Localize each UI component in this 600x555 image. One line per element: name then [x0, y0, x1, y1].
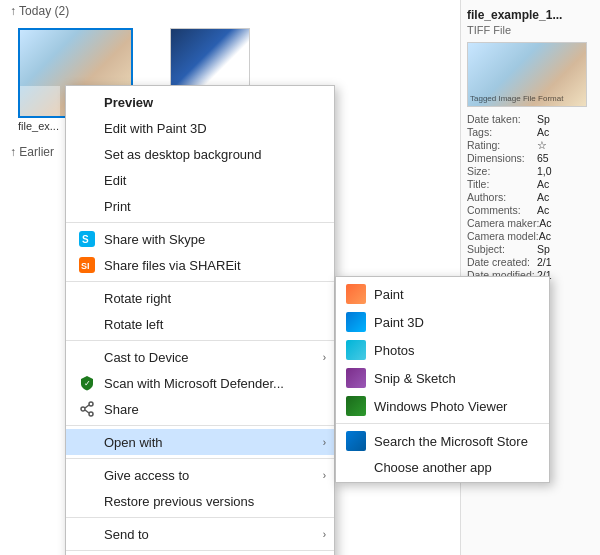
property-row: Camera model:Ac — [467, 230, 594, 242]
menu-item-restore-previous-versions[interactable]: Restore previous versions — [66, 488, 334, 514]
submenu-item-label: Photos — [374, 343, 414, 358]
submenu-item-label: Windows Photo Viewer — [374, 399, 507, 414]
store-app-icon — [346, 431, 366, 451]
menu-item-print[interactable]: Print — [66, 193, 334, 219]
svg-line-9 — [85, 410, 89, 413]
file-label-1: file_ex... — [18, 120, 59, 132]
empty-icon — [78, 492, 96, 510]
menu-item-label: Share with Skype — [104, 232, 205, 247]
menu-item-cast-to-device[interactable]: Cast to Device› — [66, 344, 334, 370]
menu-item-set-as-desktop-background[interactable]: Set as desktop background — [66, 141, 334, 167]
skype-icon: S — [78, 230, 96, 248]
svg-text:✓: ✓ — [84, 379, 91, 388]
property-row: Camera maker:Ac — [467, 217, 594, 229]
photoviewer-app-icon — [346, 396, 366, 416]
submenu-arrow-icon: › — [323, 352, 326, 363]
menu-item-share-with-skype[interactable]: SShare with Skype — [66, 226, 334, 252]
submenu-openwith: PaintPaint 3DPhotosSnip & SketchWindows … — [335, 276, 550, 483]
submenu-item-snip-&-sketch[interactable]: Snip & Sketch — [336, 364, 549, 392]
property-value: Sp — [537, 243, 550, 255]
menu-item-label: Give access to — [104, 468, 189, 483]
menu-item-edit-with-paint-3d[interactable]: Edit with Paint 3D — [66, 115, 334, 141]
menu-separator — [66, 340, 334, 341]
empty-icon — [78, 466, 96, 484]
context-menu: PreviewEdit with Paint 3DSet as desktop … — [65, 85, 335, 555]
earlier-label: ↑ Earlier — [10, 145, 54, 159]
submenu-item-label: Paint — [374, 287, 404, 302]
menu-item-label: Preview — [104, 95, 153, 110]
empty-icon — [78, 171, 96, 189]
svg-point-6 — [89, 412, 93, 416]
property-key: Size: — [467, 165, 537, 177]
property-value: Ac — [537, 126, 549, 138]
menu-separator — [66, 222, 334, 223]
svg-point-5 — [89, 402, 93, 406]
menu-item-share[interactable]: Share — [66, 396, 334, 422]
menu-item-rotate-right[interactable]: Rotate right — [66, 285, 334, 311]
property-value: Sp — [537, 113, 550, 125]
submenu-item-windows-photo-viewer[interactable]: Windows Photo Viewer — [336, 392, 549, 420]
menu-item-scan-with-microsoft-defender...[interactable]: ✓Scan with Microsoft Defender... — [66, 370, 334, 396]
panel-file-type: TIFF File — [467, 24, 594, 36]
property-value: 1,0 — [537, 165, 552, 177]
menu-item-label: Open with — [104, 435, 163, 450]
submenu-item-search-the-microsoft-store[interactable]: Search the Microsoft Store — [336, 427, 549, 455]
empty-icon — [78, 145, 96, 163]
preview-icon — [78, 93, 96, 111]
defender-icon: ✓ — [78, 374, 96, 392]
property-key: Authors: — [467, 191, 537, 203]
empty-icon — [78, 289, 96, 307]
property-key: Title: — [467, 178, 537, 190]
menu-item-label: Edit with Paint 3D — [104, 121, 207, 136]
property-key: Tags: — [467, 126, 537, 138]
submenu-item-photos[interactable]: Photos — [336, 336, 549, 364]
property-key: Dimensions: — [467, 152, 537, 164]
menu-item-send-to[interactable]: Send to› — [66, 521, 334, 547]
share-icon — [78, 400, 96, 418]
menu-item-share-files-via-shareit[interactable]: SIShare files via SHAREit — [66, 252, 334, 278]
menu-item-give-access-to[interactable]: Give access to› — [66, 462, 334, 488]
menu-item-label: Scan with Microsoft Defender... — [104, 376, 284, 391]
property-key: Camera model: — [467, 230, 539, 242]
panel-file-title: file_example_1... — [467, 8, 594, 22]
property-row: Comments:Ac — [467, 204, 594, 216]
property-value: 65 — [537, 152, 549, 164]
property-value: Ac — [537, 191, 549, 203]
menu-separator — [66, 517, 334, 518]
menu-separator — [66, 281, 334, 282]
empty-icon — [78, 197, 96, 215]
menu-item-label: Cast to Device — [104, 350, 189, 365]
property-row: Date taken:Sp — [467, 113, 594, 125]
property-value: 2/1 — [537, 256, 552, 268]
paint-app-icon — [346, 284, 366, 304]
menu-item-label: Restore previous versions — [104, 494, 254, 509]
menu-item-edit[interactable]: Edit — [66, 167, 334, 193]
menu-item-preview[interactable]: Preview — [66, 89, 334, 115]
panel-thumbnail — [467, 42, 587, 107]
property-value: Ac — [537, 204, 549, 216]
menu-item-open-with[interactable]: Open with› — [66, 429, 334, 455]
menu-item-label: Share — [104, 402, 139, 417]
property-value: ☆ — [537, 139, 547, 151]
properties-list: Date taken:SpTags:AcRating:☆Dimensions:6… — [467, 113, 594, 281]
menu-item-rotate-left[interactable]: Rotate left — [66, 311, 334, 337]
empty-icon — [78, 525, 96, 543]
submenu-item-label: Paint 3D — [374, 315, 424, 330]
menu-separator — [66, 425, 334, 426]
submenu-item-choose-another-app[interactable]: Choose another app — [336, 455, 549, 479]
submenu-item-paint[interactable]: Paint — [336, 280, 549, 308]
menu-item-label: Set as desktop background — [104, 147, 262, 162]
empty-icon — [78, 433, 96, 451]
menu-item-label: Rotate right — [104, 291, 171, 306]
svg-line-8 — [85, 405, 89, 408]
property-row: Subject:Sp — [467, 243, 594, 255]
property-row: Tags:Ac — [467, 126, 594, 138]
submenu-arrow-icon: › — [323, 470, 326, 481]
menu-item-label: Print — [104, 199, 131, 214]
empty-icon — [78, 315, 96, 333]
paint3d-app-icon — [346, 312, 366, 332]
empty-icon — [78, 119, 96, 137]
svg-text:SI: SI — [81, 261, 90, 271]
submenu-item-paint-3d[interactable]: Paint 3D — [336, 308, 549, 336]
submenu-item-label: Snip & Sketch — [374, 371, 456, 386]
